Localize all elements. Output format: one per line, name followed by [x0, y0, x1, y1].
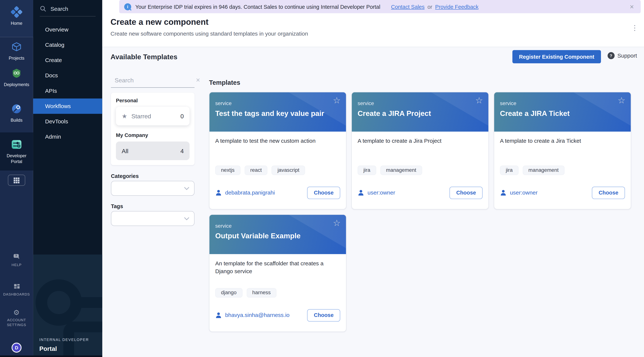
template-card-body: A template to test the new custom action… [210, 132, 346, 205]
template-owner-link[interactable]: bhavya.sinha@harness.io [225, 312, 290, 318]
rail-item-projects[interactable]: Projects [0, 40, 33, 60]
starred-filter-row[interactable]: ★ Starred 0 [116, 107, 190, 126]
sidebar-item-docs[interactable]: Docs [33, 68, 102, 83]
person-icon [215, 312, 222, 318]
choose-button[interactable]: Choose [307, 186, 340, 199]
rail-item-label: Builds [10, 118, 22, 122]
sidebar-item-overview[interactable]: Overview [33, 22, 102, 37]
sidebar-item-devtools[interactable]: DevTools [33, 114, 102, 129]
tag-pill: management [523, 166, 564, 175]
rail-item-deployments[interactable]: Deployments [0, 67, 33, 87]
star-icon[interactable]: ☆ [333, 96, 341, 106]
support-button[interactable]: ? Support [608, 52, 637, 59]
template-owner-link[interactable]: user:owner [510, 190, 538, 196]
kebab-menu-icon[interactable]: ⋮ [631, 24, 638, 32]
page-subtitle: Create new software components using sta… [110, 30, 636, 37]
module-picker-button[interactable] [8, 174, 25, 186]
template-title: Create a JIRA Ticket [500, 109, 625, 118]
template-search-input[interactable] [114, 77, 192, 84]
sidebar-nav: Overview Catalog Create Docs APIs Workfl… [33, 22, 102, 144]
template-owner-link[interactable]: debabrata.panigrahi [225, 190, 275, 196]
rail-item-label: Developer [7, 153, 26, 158]
my-company-label: My Company [116, 132, 190, 138]
template-card: service Create a JIRA Project ☆ A templa… [352, 92, 489, 210]
all-filter-row[interactable]: All 4 [116, 142, 190, 160]
provide-feedback-link[interactable]: Provide Feedback [435, 4, 478, 10]
template-owner-link[interactable]: user:owner [368, 190, 395, 196]
rail-item-label: ACCOUNT [7, 318, 26, 322]
template-card-body: A template to create a Jira Project jira… [352, 132, 488, 205]
user-avatar[interactable]: D [12, 343, 22, 352]
chevron-down-icon [184, 217, 189, 220]
rail-item-account-settings[interactable]: ⚙ ACCOUNT SETTINGS [0, 309, 33, 327]
starred-count: 0 [180, 113, 184, 120]
categories-select[interactable] [111, 181, 194, 196]
tag-pill: django [215, 288, 242, 298]
template-tags: nextjs react javascript [215, 166, 340, 175]
template-card-header: service Test the tags and key value pair… [210, 92, 346, 132]
star-icon: ★ [122, 112, 127, 120]
sidebar-item-workflows[interactable]: Workflows [33, 98, 102, 114]
ownership-filter-panel: Personal ★ Starred 0 My Company All 4 [111, 93, 194, 165]
template-card-header: service Create a JIRA Project ☆ [352, 92, 488, 132]
banner-close-icon[interactable]: ✕ [630, 4, 634, 10]
star-icon[interactable]: ☆ [333, 218, 341, 228]
chevron-down-icon [184, 187, 189, 190]
template-tags: jira management [500, 166, 625, 175]
sidebar-footer-title: Portal [39, 345, 57, 352]
page-header: Create a new component Create new softwa… [102, 13, 644, 47]
sidebar-item-create[interactable]: Create [33, 52, 102, 68]
template-type: service [215, 100, 340, 106]
rail-item-builds[interactable]: Builds [0, 102, 33, 122]
star-icon[interactable]: ☆ [475, 96, 483, 106]
rail-item-help[interactable]: ? HELP [0, 253, 33, 267]
projects-icon [10, 40, 24, 53]
sidebar-item-apis[interactable]: APIs [33, 83, 102, 98]
template-card-body: An template for the scaffolder that crea… [210, 254, 346, 327]
sidebar-item-catalog[interactable]: Catalog [33, 37, 102, 52]
template-card-body: A template to create a Jira Ticket jira … [494, 132, 631, 205]
module-rail: Home Projects Deployments [0, 0, 33, 357]
rail-item-developer-portal[interactable]: Developer Portal [0, 132, 33, 170]
template-card: service Create a JIRA Ticket ☆ A templat… [494, 92, 631, 210]
template-card: service Output Variable Example ☆ An tem… [209, 214, 346, 332]
template-card: service Test the tags and key value pair… [209, 92, 346, 210]
rail-item-label: Deployments [4, 82, 29, 87]
tag-pill: jira [358, 166, 376, 175]
contact-sales-link[interactable]: Contact Sales [391, 4, 425, 10]
tags-select[interactable] [111, 211, 194, 226]
choose-button[interactable]: Choose [592, 186, 625, 199]
rail-item-label: Portal [11, 159, 22, 164]
template-card-footer: user:owner Choose [358, 186, 483, 199]
trial-banner: i Your Enterprise IDP trial expires in 9… [119, 0, 641, 13]
tag-pill: react [244, 166, 268, 175]
rail-item-label: HELP [12, 263, 22, 267]
register-existing-component-button[interactable]: Register Existing Component [512, 50, 601, 63]
choose-button[interactable]: Choose [307, 309, 340, 322]
rail-item-label: Home [11, 21, 22, 26]
template-description: A template to create a Jira Project [358, 137, 483, 145]
rail-item-dashboards[interactable]: DASHBOARDS [0, 283, 33, 296]
all-count: 4 [180, 148, 184, 154]
trial-banner-message: Your Enterprise IDP trial expires in 946… [135, 4, 380, 10]
support-label: Support [617, 52, 637, 59]
sidebar-search[interactable]: Search [33, 0, 102, 16]
template-type: service [500, 100, 625, 106]
rail-item-home[interactable]: Home [0, 0, 33, 37]
choose-button[interactable]: Choose [450, 186, 483, 199]
tag-pill: jira [500, 166, 518, 175]
template-search: ✕ [111, 76, 194, 88]
main-content: i Your Enterprise IDP trial expires in 9… [102, 0, 644, 357]
template-description: A template to create a Jira Ticket [500, 137, 625, 145]
tag-pill: harness [246, 288, 276, 298]
template-card-footer: bhavya.sinha@harness.io Choose [215, 309, 340, 322]
dashboards-icon [13, 283, 20, 290]
template-title: Output Variable Example [215, 232, 340, 240]
template-card-header: service Create a JIRA Ticket ☆ [494, 92, 631, 132]
all-label: All [122, 148, 128, 154]
clear-search-icon[interactable]: ✕ [196, 77, 200, 83]
sidebar-item-admin[interactable]: Admin [33, 129, 102, 144]
star-icon[interactable]: ☆ [618, 96, 625, 106]
sidebar-footer-eyebrow: INTERNAL DEVELOPER [39, 338, 89, 342]
svg-text:?: ? [15, 254, 17, 258]
